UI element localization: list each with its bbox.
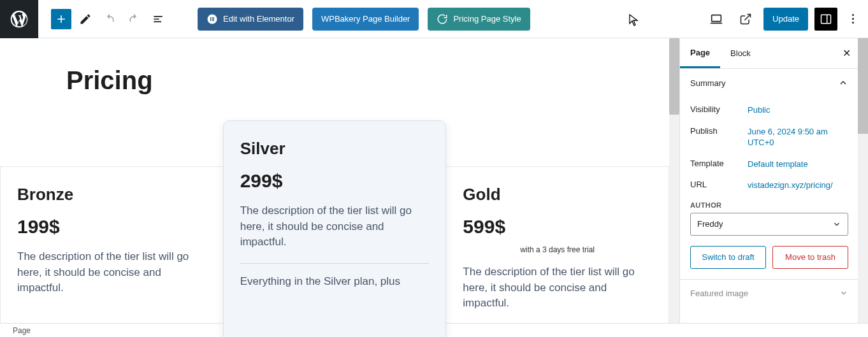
preview-desktop-button[interactable] [705, 8, 728, 31]
template-value[interactable]: Default template [748, 159, 848, 170]
close-sidebar-button[interactable]: ✕ [843, 47, 851, 59]
wordpress-icon [9, 9, 29, 29]
tier-name: Bronze [17, 185, 206, 204]
toolbar-right-group: Update [705, 8, 868, 31]
undo-button[interactable] [99, 9, 120, 29]
sidebar-icon [820, 13, 832, 25]
sync-icon [437, 13, 448, 25]
svg-rect-4 [212, 20, 214, 21]
tier-price: 199$ [17, 216, 206, 238]
tier-description: The description of the tier list will go… [240, 203, 430, 250]
publish-value[interactable]: June 6, 2024 9:50 am UTC+0 [748, 126, 848, 148]
sidebar-scrollbar-thumb[interactable] [858, 38, 868, 134]
template-label: Template [690, 159, 748, 170]
pricing-style-button[interactable]: Pricing Page Style [428, 8, 530, 31]
settings-sidebar-wrap: Page Block ✕ Summary Visibility Public P… [679, 38, 868, 337]
tier-description: The description of the tier list will go… [17, 249, 206, 296]
row-url: URL vistadezign.xyz/pricing/ [690, 175, 848, 196]
visibility-value[interactable]: Public [748, 104, 848, 116]
edit-with-elementor-button[interactable]: Edit with Elementor [198, 8, 303, 31]
wpbakery-button[interactable]: WPBakery Page Builder [312, 8, 419, 31]
row-template: Template Default template [690, 154, 848, 175]
canvas-scrollbar-track[interactable] [669, 38, 679, 337]
chevron-down-icon [839, 289, 848, 298]
panel-summary: Summary Visibility Public Publish June 6… [680, 69, 858, 280]
svg-rect-3 [212, 18, 214, 20]
wordpress-logo[interactable] [0, 0, 38, 38]
pricing-tier-gold[interactable]: Gold 599$ with a 3 days free trial The d… [446, 166, 669, 337]
visibility-label: Visibility [690, 104, 748, 116]
toolbar-left-group: Edit with Elementor WPBakery Page Builde… [51, 8, 530, 31]
summary-title: Summary [690, 78, 726, 88]
page-title[interactable]: Pricing [66, 66, 654, 95]
elementor-label: Edit with Elementor [223, 14, 294, 24]
list-icon [152, 13, 164, 25]
update-label: Update [772, 14, 799, 24]
tier-name: Gold [463, 185, 652, 204]
editor-canvas-wrap: Pricing Bronze 199$ The description of t… [0, 38, 679, 337]
edit-mode-button[interactable] [75, 9, 96, 29]
tier-extra: Everything in the Silver plan, plus [240, 275, 430, 288]
url-value[interactable]: vistadezign.xyz/pricing/ [748, 180, 848, 191]
settings-panel-toggle[interactable] [814, 8, 837, 31]
external-link-icon [739, 13, 752, 25]
url-label: URL [690, 180, 748, 191]
chevron-down-icon [832, 220, 841, 229]
editor-canvas[interactable]: Pricing Bronze 199$ The description of t… [0, 38, 679, 337]
settings-sidebar: Page Block ✕ Summary Visibility Public P… [680, 38, 858, 337]
svg-rect-5 [712, 15, 721, 21]
panel-featured-image[interactable]: Featured image [680, 280, 858, 307]
author-select[interactable]: Freddy [690, 213, 848, 236]
pricing-style-label: Pricing Page Style [453, 14, 521, 24]
row-visibility: Visibility Public [690, 99, 848, 121]
breadcrumb[interactable]: Page [13, 326, 31, 335]
editor-toolbar: Edit with Elementor WPBakery Page Builde… [0, 0, 868, 38]
sidebar-scrollbar-track[interactable] [858, 38, 868, 337]
pricing-tiers: Bronze 199$ The description of the tier … [25, 120, 654, 337]
chevron-up-icon [838, 78, 848, 88]
document-overview-button[interactable] [148, 9, 168, 29]
sidebar-tabs: Page Block ✕ [680, 38, 858, 69]
row-publish: Publish June 6, 2024 9:50 am UTC+0 [690, 121, 848, 154]
update-button[interactable]: Update [763, 8, 808, 31]
tier-price: 599$ [463, 216, 652, 238]
featured-image-label: Featured image [690, 289, 748, 298]
laptop-icon [709, 12, 723, 26]
tier-free-trial: with a 3 days free trial [463, 245, 652, 254]
tier-price: 299$ [240, 170, 430, 192]
svg-rect-1 [210, 17, 212, 21]
summary-body: Visibility Public Publish June 6, 2024 9… [680, 97, 858, 279]
divider [240, 263, 430, 264]
pricing-tier-bronze[interactable]: Bronze 199$ The description of the tier … [0, 166, 223, 337]
canvas-scrollbar-thumb[interactable] [669, 38, 679, 115]
more-options-button[interactable] [846, 14, 859, 24]
tab-block[interactable]: Block [720, 38, 761, 68]
publish-label: Publish [690, 126, 748, 148]
undo-icon [103, 13, 116, 25]
redo-button[interactable] [124, 9, 144, 29]
author-value: Freddy [697, 219, 723, 229]
tier-name: Silver [240, 139, 430, 159]
view-page-button[interactable] [734, 8, 757, 31]
pencil-icon [79, 13, 92, 25]
svg-rect-6 [821, 15, 831, 23]
summary-header[interactable]: Summary [680, 69, 858, 97]
summary-actions: Switch to draft Move to trash [690, 246, 848, 269]
add-block-button[interactable] [51, 9, 71, 29]
author-label: AUTHOR [690, 201, 848, 209]
svg-rect-2 [212, 17, 214, 18]
elementor-icon [206, 13, 218, 25]
move-to-trash-button[interactable]: Move to trash [772, 246, 848, 269]
pricing-tier-silver[interactable]: Silver 299$ The description of the tier … [223, 120, 447, 337]
switch-to-draft-button[interactable]: Switch to draft [690, 246, 766, 269]
tab-page[interactable]: Page [680, 38, 720, 68]
wpbakery-label: WPBakery Page Builder [321, 14, 410, 24]
redo-icon [127, 13, 140, 25]
tier-description: The description of the tier list will go… [463, 264, 652, 312]
plus-icon [55, 13, 68, 25]
